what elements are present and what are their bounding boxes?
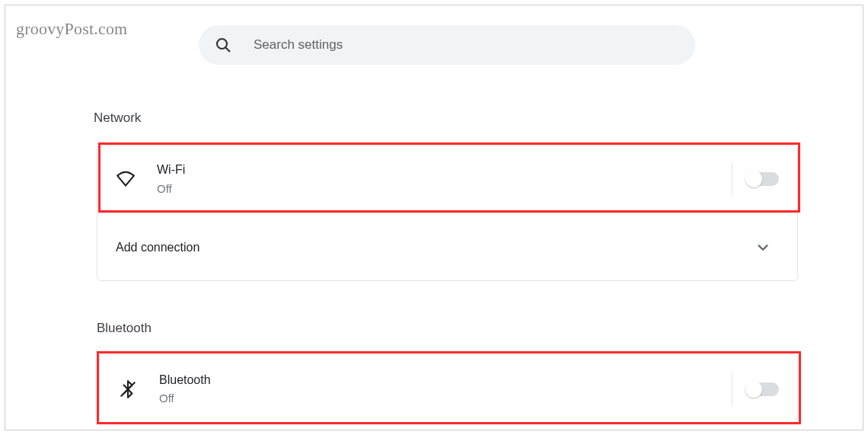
wifi-labels: Wi-Fi Off — [157, 162, 185, 196]
svg-point-0 — [217, 39, 227, 49]
bluetooth-labels: Bluetooth Off — [159, 372, 211, 406]
bluetooth-status: Off — [159, 390, 211, 406]
search-placeholder: Search settings — [254, 37, 343, 53]
svg-line-1 — [226, 48, 231, 53]
network-card: Wi-Fi Off Add connection — [97, 145, 798, 281]
bluetooth-title: Bluetooth — [159, 372, 211, 389]
search-icon — [214, 36, 232, 54]
section-heading-bluetooth: Bluetooth — [97, 321, 152, 336]
watermark-text: groovyPost.com — [16, 19, 127, 39]
wifi-toggle-wrap — [732, 146, 779, 213]
wifi-row[interactable]: Wi-Fi Off — [97, 146, 797, 213]
settings-frame: groovyPost.com Search settings Network W… — [5, 5, 863, 430]
add-connection-label: Add connection — [116, 241, 199, 254]
bluetooth-row[interactable]: Bluetooth Off — [100, 355, 797, 423]
section-heading-network: Network — [94, 110, 141, 126]
bluetooth-toggle[interactable] — [747, 382, 779, 396]
search-bar[interactable]: Search settings — [199, 25, 695, 65]
wifi-status: Off — [157, 181, 185, 197]
wifi-toggle[interactable] — [747, 172, 779, 186]
wifi-toggle-knob — [745, 171, 762, 187]
bluetooth-toggle-knob — [745, 381, 762, 398]
wifi-title: Wi-Fi — [157, 162, 185, 178]
bluetooth-toggle-wrap — [732, 355, 779, 423]
add-connection-row[interactable]: Add connection — [97, 213, 797, 281]
wifi-icon — [116, 169, 136, 189]
bluetooth-card: Bluetooth Off — [99, 354, 798, 423]
bluetooth-off-icon — [118, 379, 138, 399]
chevron-down-icon — [755, 239, 771, 256]
